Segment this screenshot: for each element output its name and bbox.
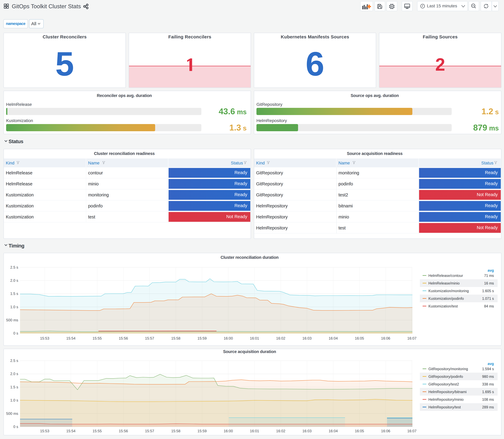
svg-text:16:01: 16:01 [250,336,259,340]
svg-text:15:55: 15:55 [93,429,102,433]
svg-text:15:54: 15:54 [66,429,75,433]
svg-text:16:00: 16:00 [224,429,233,433]
svg-text:Kustomization/test: Kustomization/test [429,304,458,308]
svg-text:16:05: 16:05 [355,336,364,340]
svg-text:15:56: 15:56 [119,336,128,340]
svg-text:1.605 s: 1.605 s [482,289,494,293]
svg-text:2.5 s: 2.5 s [10,359,18,363]
svg-text:16:07: 16:07 [407,336,417,340]
svg-text:GitRepository/monitoring: GitRepository/monitoring [429,367,468,371]
svg-text:HelmRepository/minio: HelmRepository/minio [429,398,464,402]
svg-text:0 s: 0 s [13,331,18,335]
svg-text:16:01: 16:01 [250,429,259,433]
svg-text:289 ms: 289 ms [482,405,494,409]
svg-text:Kustomization/monitoring: Kustomization/monitoring [429,289,469,293]
svg-text:1.0 s: 1.0 s [10,305,18,309]
svg-text:HelmRelease/contour: HelmRelease/contour [429,274,463,278]
svg-text:16:03: 16:03 [302,429,311,433]
svg-text:16:04: 16:04 [329,429,338,433]
svg-text:500 ms: 500 ms [6,412,18,415]
svg-text:71 ms: 71 ms [484,274,494,278]
svg-text:15:55: 15:55 [93,336,102,340]
svg-text:Kustomization/podinfo: Kustomization/podinfo [429,297,464,301]
svg-text:1.594 s: 1.594 s [482,367,494,371]
svg-text:16:07: 16:07 [407,429,417,433]
svg-text:2.5 s: 2.5 s [10,265,18,269]
svg-text:338 ms: 338 ms [482,382,494,386]
svg-text:16 ms: 16 ms [484,281,494,285]
svg-text:1.5 s: 1.5 s [10,292,18,296]
svg-text:1.0 s: 1.0 s [10,398,18,402]
svg-text:15:53: 15:53 [40,429,49,433]
svg-text:15:59: 15:59 [197,429,207,433]
svg-text:16:05: 16:05 [355,429,364,433]
svg-text:108 ms: 108 ms [482,398,494,402]
svg-text:16:00: 16:00 [224,336,233,340]
svg-text:GitRepository/podinfo: GitRepository/podinfo [429,375,463,378]
svg-text:GitRepository/test2: GitRepository/test2 [429,382,459,386]
svg-text:avg: avg [488,268,494,272]
svg-text:1.5 s: 1.5 s [10,385,18,389]
svg-text:1.695 s: 1.695 s [482,390,494,394]
svg-text:15:56: 15:56 [119,429,128,433]
svg-text:500 ms: 500 ms [6,318,18,322]
svg-text:2.0 s: 2.0 s [10,278,18,282]
svg-text:avg: avg [488,362,494,366]
svg-text:15:54: 15:54 [66,336,75,340]
svg-text:84 ms: 84 ms [484,304,494,308]
svg-text:0 s: 0 s [13,425,18,429]
svg-text:1.071 s: 1.071 s [482,297,494,301]
svg-text:HelmRepository/bitnami: HelmRepository/bitnami [429,390,467,394]
svg-text:HelmRelease/minio: HelmRelease/minio [429,281,460,285]
svg-text:15:59: 15:59 [197,336,207,340]
svg-text:HelmRepository/test: HelmRepository/test [429,405,461,409]
svg-text:16:04: 16:04 [329,336,338,340]
svg-text:15:57: 15:57 [145,429,154,433]
svg-text:15:58: 15:58 [171,336,180,340]
svg-text:16:06: 16:06 [381,429,390,433]
svg-text:980 ms: 980 ms [482,375,494,378]
svg-text:2.0 s: 2.0 s [10,372,18,376]
svg-text:16:02: 16:02 [276,429,285,433]
svg-text:15:57: 15:57 [145,336,154,340]
svg-text:15:53: 15:53 [40,336,49,340]
svg-text:16:03: 16:03 [302,336,311,340]
svg-text:16:06: 16:06 [381,336,390,340]
svg-text:15:58: 15:58 [171,429,180,433]
svg-text:16:02: 16:02 [276,336,285,340]
